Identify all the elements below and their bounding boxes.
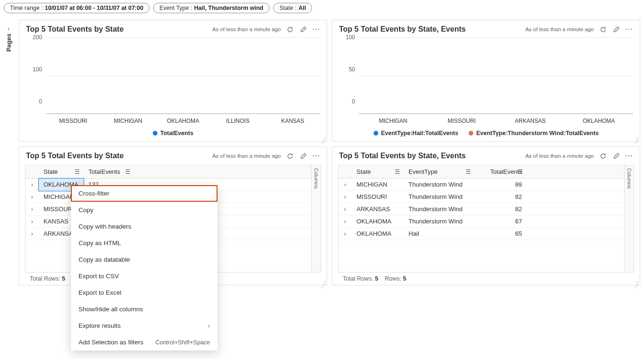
refresh-icon[interactable] [599, 25, 607, 34]
expand-icon[interactable]: › [339, 203, 352, 215]
menu-label: Copy with headers [78, 223, 131, 230]
more-icon[interactable]: ⋯ [312, 26, 320, 33]
cell-total[interactable]: 82 [475, 203, 527, 215]
expand-icon[interactable]: › [26, 179, 39, 191]
column-menu-icon[interactable]: ☰ [75, 169, 80, 175]
results-table[interactable]: State☰ EventType☰ TotalEvents☰ ›MICHIGAN… [339, 165, 634, 240]
col-state[interactable]: State☰ [39, 165, 84, 179]
cell-state[interactable]: MICHIGAN [352, 179, 404, 191]
legend-thunderstorm[interactable]: EventType:Thunderstorm Wind:TotalEvents [469, 130, 599, 137]
cell-state[interactable]: OKLAHOMA [352, 215, 404, 228]
cell-eventtype[interactable]: Thunderstorm Wind [404, 179, 475, 191]
columns-panel-toggle[interactable]: Columns [624, 165, 634, 272]
column-menu-icon[interactable]: ☰ [395, 169, 400, 175]
chart-plot[interactable]: 100500MICHIGANMISSOURIARKANSASOKLAHOMA [339, 37, 633, 126]
col-totalevents[interactable]: TotalEvents☰ [475, 165, 527, 179]
cell-eventtype[interactable]: Thunderstorm Wind [404, 203, 475, 215]
edit-icon[interactable] [612, 152, 620, 160]
chart-legend: TotalEvents [26, 126, 320, 137]
refresh-icon[interactable] [286, 152, 294, 160]
menu-label: Copy as HTML [78, 239, 121, 247]
table-row[interactable]: ›MICHIGANThunderstorm Wind89 [339, 179, 634, 191]
chart-plot[interactable]: 2001000MISSOURIMICHIGANOKLAHOMAILLINOISK… [26, 37, 320, 126]
filter-event-type[interactable]: Event Type : Hail, Thunderstorm wind [153, 3, 270, 13]
menu-add-selection-filters[interactable]: Add Selection as filtersControl+Shift+Sp… [71, 334, 218, 350]
cell-total[interactable]: 67 [475, 215, 527, 228]
menu-copy[interactable]: Copy [71, 202, 218, 218]
filter-event-type-label: Event Type : [159, 5, 192, 11]
filter-time-range-value: 10/01/07 at 06:00 - 10/31/07 at 07:00 [45, 5, 143, 11]
filter-time-range[interactable]: Time range : 10/01/07 at 06:00 - 10/31/0… [4, 3, 149, 13]
menu-explore-results[interactable]: Explore results› [71, 317, 218, 334]
cell-eventtype[interactable]: Thunderstorm Wind [404, 191, 475, 203]
cell-state[interactable]: MISSOURI [352, 191, 404, 203]
legend-totalevents[interactable]: TotalEvents [153, 130, 193, 137]
table-footer: Total Rows: 5 Rows: 5 [338, 273, 634, 285]
legend-hail[interactable]: EventType:Hail:TotalEvents [374, 130, 458, 137]
more-icon[interactable]: ⋯ [625, 26, 633, 33]
tile-asof-text: As of less than a minute ago [212, 26, 281, 32]
table-area: State☰ EventType☰ TotalEvents☰ ›MICHIGAN… [332, 161, 640, 285]
edit-icon[interactable] [299, 25, 307, 34]
cell-eventtype[interactable]: Thunderstorm Wind [404, 215, 475, 228]
table-row[interactable]: ›OKLAHOMAHail65 [339, 228, 634, 240]
col-totalevents[interactable]: TotalEvents☰ [84, 165, 321, 179]
column-menu-icon[interactable]: ☰ [466, 169, 471, 175]
table-row[interactable]: ›ARKANSASThunderstorm Wind82 [339, 203, 634, 215]
menu-show-hide-columns[interactable]: Show/Hide all columns [71, 301, 218, 317]
edit-icon[interactable] [299, 152, 307, 160]
expand-icon[interactable]: › [339, 215, 352, 228]
resize-handle-icon[interactable] [634, 279, 639, 284]
column-menu-icon[interactable]: ☰ [518, 169, 523, 175]
menu-copy-datatable[interactable]: Copy as datatable [71, 251, 218, 268]
menu-copy-headers[interactable]: Copy with headers [71, 218, 218, 235]
resize-handle-icon[interactable] [321, 279, 326, 284]
cell-eventtype[interactable]: Hail [404, 228, 475, 240]
table-row[interactable]: ›MISSOURIThunderstorm Wind82 [339, 191, 634, 203]
cell-state[interactable]: ARKANSAS [352, 203, 404, 215]
tile-meta: As of less than a minute ago ⋯ [525, 152, 633, 160]
filter-state[interactable]: State : All [273, 3, 312, 13]
column-menu-icon[interactable]: ☰ [125, 169, 131, 175]
col-spacer [527, 165, 634, 179]
edit-icon[interactable] [612, 25, 620, 34]
refresh-icon[interactable] [599, 152, 607, 160]
menu-copy-html[interactable]: Copy as HTML [71, 235, 218, 251]
tile-chart-top5-state: Top 5 Total Events by State As of less t… [19, 20, 327, 142]
more-icon[interactable]: ⋯ [625, 152, 633, 160]
refresh-icon[interactable] [286, 25, 294, 34]
menu-label: Export to Excel [78, 289, 122, 296]
tile-meta: As of less than a minute ago ⋯ [212, 25, 320, 34]
columns-panel-toggle[interactable]: Columns [311, 165, 321, 272]
expand-icon[interactable]: › [339, 191, 352, 203]
col-eventtype[interactable]: EventType☰ [404, 165, 475, 179]
expand-icon[interactable]: › [26, 191, 39, 203]
more-icon[interactable]: ⋯ [312, 152, 320, 160]
expand-icon[interactable]: › [339, 179, 352, 191]
expand-icon[interactable]: › [339, 228, 352, 240]
menu-export-csv[interactable]: Export to CSV [71, 268, 218, 284]
expand-icon[interactable]: › [26, 203, 39, 215]
col-state[interactable]: State☰ [352, 165, 404, 179]
tile-header: Top 5 Total Events by State As of less t… [19, 147, 327, 161]
expand-icon[interactable]: › [26, 215, 39, 228]
columns-label: Columns [627, 165, 632, 188]
pages-collapsed-panel[interactable]: › Pages [2, 24, 15, 61]
resize-handle-icon[interactable] [321, 136, 326, 140]
tile-table-top5-state-events: Top 5 Total Events by State, Events As o… [332, 146, 640, 285]
cell-total[interactable]: 82 [475, 191, 527, 203]
legend-label: EventType:Hail:TotalEvents [381, 130, 458, 137]
menu-export-excel[interactable]: Export to Excel [71, 284, 218, 301]
tile-title: Top 5 Total Events by State [26, 25, 212, 34]
col-label: EventType [409, 168, 437, 175]
footer-total-value: 5 [62, 275, 65, 282]
table-row[interactable]: ›OKLAHOMAThunderstorm Wind67 [339, 215, 634, 228]
expand-icon[interactable]: › [26, 228, 39, 240]
tile-asof-text: As of less than a minute ago [212, 153, 281, 159]
tile-header: Top 5 Total Events by State As of less t… [19, 20, 327, 34]
resize-handle-icon[interactable] [634, 136, 639, 140]
cell-state[interactable]: OKLAHOMA [352, 228, 404, 240]
cell-total[interactable]: 89 [475, 179, 527, 191]
menu-cross-filter[interactable]: Cross-filter [71, 185, 218, 202]
cell-total[interactable]: 65 [475, 228, 527, 240]
